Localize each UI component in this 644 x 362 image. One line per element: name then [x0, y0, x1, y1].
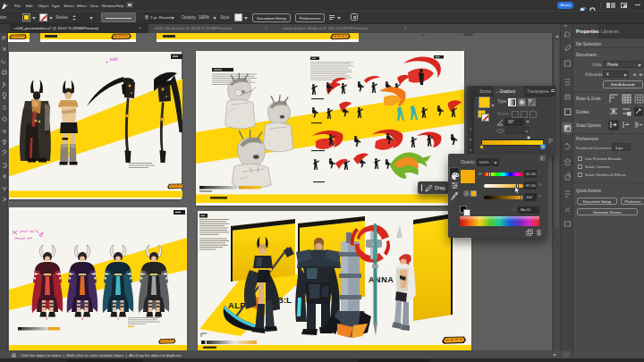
svg-text:5: 5 [117, 316, 120, 321]
svg-text:6: 6 [153, 316, 156, 321]
svg-text:ANNA: ANNA [369, 275, 394, 284]
svg-text:path: path [109, 57, 118, 62]
svg-text:3: 3 [46, 316, 48, 321]
svg-text:4: 4 [81, 316, 84, 321]
